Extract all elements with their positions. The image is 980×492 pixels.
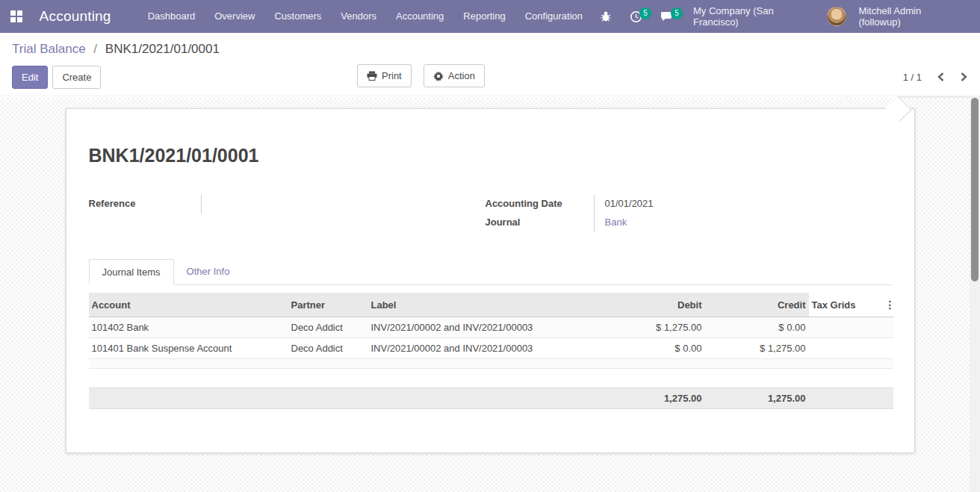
pager-previous-button[interactable] [937,72,945,82]
cell-label[interactable]: INV/2021/00002 and INV/2021/00003 [368,317,598,338]
journal-items-table: Account Partner Label Debit Credit Tax G… [89,293,893,409]
form-view-background: BNK1/2021/01/0001 Reference Accounting D… [0,98,980,492]
total-debit: 1,275.00 [598,388,705,409]
action-button[interactable]: Action [424,64,485,87]
app-name[interactable]: Accounting [40,8,111,25]
column-header-account[interactable]: Account [89,293,288,317]
create-button[interactable]: Create [52,66,101,89]
column-header-partner[interactable]: Partner [288,293,368,317]
reference-field-label: Reference [89,195,201,214]
user-avatar[interactable] [827,7,846,26]
notebook-tabs: Journal Items Other Info [89,259,892,285]
topbar-right-cluster: 5 5 My Company (San Francisco) Mitchell … [592,5,970,28]
messages-count-badge: 5 [671,7,683,19]
journal-field-value[interactable]: Bank [594,214,889,232]
chevron-right-icon [960,72,968,82]
table-totals-row: 1,275.00 1,275.00 [89,388,893,409]
total-credit: 1,275.00 [705,388,809,409]
company-switcher[interactable]: My Company (San Francisco) [684,5,824,28]
accounting-date-field-value[interactable]: 01/01/2021 [594,195,889,214]
accounting-date-field-label: Accounting Date [486,195,594,214]
messages-chat-button[interactable]: 5 [653,6,681,27]
cell-account[interactable]: 101402 Bank [89,317,288,338]
vertical-scrollbar-thumb[interactable] [971,98,979,281]
journal-field-label: Journal [486,214,594,232]
apps-menu-button[interactable] [0,0,34,33]
pager: 1 / 1 [903,72,968,83]
table-header-row: Account Partner Label Debit Credit Tax G… [89,293,893,317]
apps-grid-icon [10,10,22,22]
activities-clock-button[interactable]: 5 [622,6,650,28]
cell-debit[interactable]: $ 1,275.00 [598,317,705,338]
menu-item-reporting[interactable]: Reporting [453,0,515,33]
table-row[interactable]: 101402 Bank Deco Addict INV/2021/00002 a… [89,317,893,338]
edit-button[interactable]: Edit [12,66,48,89]
vertical-scrollbar-track[interactable] [970,96,980,492]
menu-item-vendors[interactable]: Vendors [331,0,386,33]
document-title: BNK1/2021/01/0001 [89,145,892,166]
pager-next-button[interactable] [960,72,968,82]
breadcrumb-separator: / [93,42,97,56]
cell-tax-grids[interactable] [809,338,882,359]
gear-icon [433,71,444,81]
field-groups: Reference Accounting Date 01/01/2021 Jou… [89,195,889,232]
table-spacer-row [89,369,893,388]
cell-account[interactable]: 101401 Bank Suspense Account [89,338,288,359]
cell-credit[interactable]: $ 1,275.00 [705,338,809,359]
control-panel: Edit Create Print Action 1 / 1 [0,58,980,96]
print-button[interactable]: Print [357,64,412,87]
column-header-credit[interactable]: Credit [705,293,809,317]
debug-bug-icon[interactable] [592,6,619,27]
menu-item-dashboard[interactable]: Dashboard [138,0,205,33]
cell-partner[interactable]: Deco Addict [288,338,368,359]
breadcrumb-current: BNK1/2021/01/0001 [105,42,220,56]
tab-other-info[interactable]: Other Info [174,259,243,284]
cell-label[interactable]: INV/2021/00002 and INV/2021/00003 [368,338,598,359]
top-navbar: Accounting Dashboard Overview Customers … [0,0,980,33]
user-menu[interactable]: Mitchell Admin (followup) [849,5,970,28]
pager-count: 1 / 1 [903,72,922,83]
column-header-label[interactable]: Label [368,293,598,317]
cell-credit[interactable]: $ 0.00 [705,317,809,338]
empty-table-row [89,359,893,369]
breadcrumb-row: Trial Balance / BNK1/2021/01/0001 [0,33,980,58]
chevron-left-icon [937,72,945,82]
breadcrumb-parent-link[interactable]: Trial Balance [12,42,86,56]
menu-item-accounting[interactable]: Accounting [386,0,453,33]
menu-item-overview[interactable]: Overview [205,0,264,33]
cell-debit[interactable]: $ 0.00 [598,338,705,359]
reference-field-value[interactable] [201,195,418,214]
table-row[interactable]: 101401 Bank Suspense Account Deco Addict… [89,338,893,359]
tab-journal-items[interactable]: Journal Items [89,259,174,285]
column-header-debit[interactable]: Debit [598,293,705,317]
column-header-tax-grids[interactable]: Tax Grids [809,293,882,317]
journal-entry-sheet: BNK1/2021/01/0001 Reference Accounting D… [66,108,915,453]
activities-count-badge: 5 [639,7,651,19]
main-menu: Dashboard Overview Customers Vendors Acc… [138,0,592,33]
menu-item-customers[interactable]: Customers [264,0,331,33]
cell-tax-grids[interactable] [809,317,882,338]
breadcrumb: Trial Balance / BNK1/2021/01/0001 [12,42,968,57]
cell-partner[interactable]: Deco Addict [288,317,368,338]
optional-columns-toggle[interactable]: ⋮ [882,293,893,317]
printer-icon [367,71,377,81]
menu-item-configuration[interactable]: Configuration [515,0,592,33]
